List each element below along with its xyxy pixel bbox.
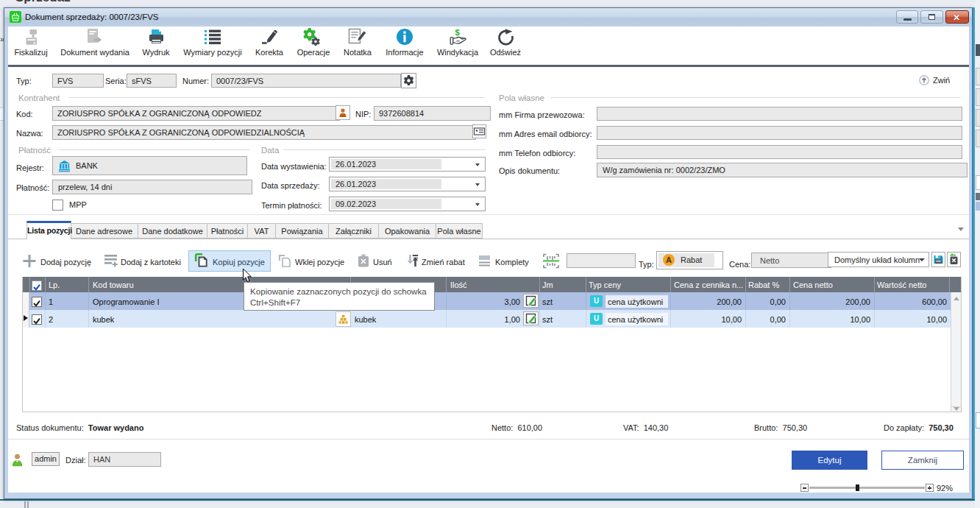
svg-text:$: $ — [455, 28, 460, 37]
